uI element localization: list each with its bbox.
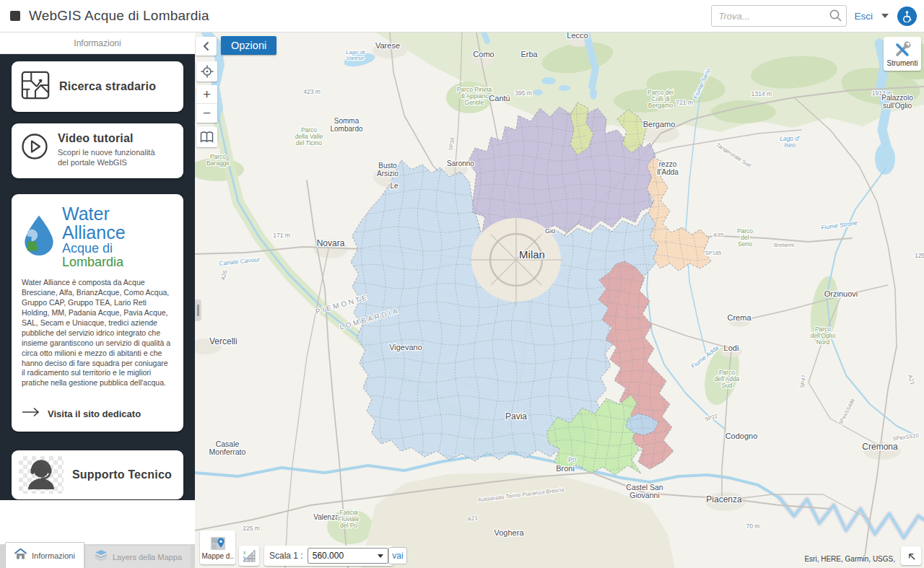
sidebar-tabbar: Informazioni Layers della Mappa (0, 538, 195, 568)
map-canvas[interactable]: LeccoVareseLago diVareseComoErba423 mPar… (195, 32, 924, 568)
card-video-tutorial[interactable]: Video tutorial Scopri le nuove funzional… (12, 123, 183, 178)
scala-label: Scala 1 : (269, 551, 303, 561)
xy-grid-icon: x y (243, 549, 256, 562)
svg-text:70 m: 70 m (746, 523, 760, 530)
svg-text:FasciaFluvialedel Po: FasciaFluvialedel Po (338, 509, 359, 529)
zoom-control: + − (196, 85, 217, 123)
card-title: Video tutorial (58, 132, 134, 144)
search-box (711, 5, 847, 27)
svg-text:125: 125 (915, 252, 924, 259)
strumenti-label: Strumenti (887, 59, 918, 67)
svg-text:721 m: 721 m (676, 99, 693, 106)
svg-text:Castel SanGiovanni: Castel SanGiovanni (626, 483, 663, 499)
collapse-panel-button[interactable] (196, 37, 217, 56)
app-square-icon (10, 11, 20, 21)
svg-text:Bergamo: Bergamo (643, 120, 676, 128)
header-bar: WebGIS Acque di Lombardia Esci (0, 0, 924, 32)
svg-text:Novara: Novara (317, 238, 345, 248)
zoom-out-button[interactable]: − (196, 104, 217, 123)
svg-text:395 m: 395 m (515, 89, 532, 97)
svg-text:Pavia: Pavia (505, 411, 527, 421)
accessibility-icon[interactable] (897, 6, 917, 26)
tab-informazioni[interactable]: Informazioni (5, 542, 84, 568)
svg-text:225 m: 225 m (243, 525, 260, 532)
home-icon (14, 549, 27, 562)
opzioni-button[interactable]: Opzioni (221, 36, 276, 55)
svg-text:Erba: Erba (520, 50, 538, 58)
map-attribution: Esri, HERE, Garmin, USGS, (804, 555, 895, 563)
scale-widget: Scala 1 : 560.000 (264, 546, 393, 566)
attribution-expand-button[interactable] (901, 546, 921, 565)
locate-icon (201, 65, 214, 78)
svg-text:Broni: Broni (556, 464, 575, 473)
arrow-right-icon (22, 407, 40, 420)
water-alliance-description: Water Alliance è composta da Acque Bresc… (22, 278, 173, 388)
svg-text:Lodi: Lodi (724, 344, 739, 352)
card-supporto-tecnico[interactable]: Supporto Tecnico (12, 450, 183, 499)
svg-text:SommaLombardo: SommaLombardo (330, 117, 362, 133)
svg-text:Como: Como (473, 50, 494, 58)
svg-text:Valenza: Valenza (313, 513, 339, 521)
panel-title: Informazioni (0, 32, 195, 54)
svg-text:rezzoll'Adda: rezzoll'Adda (657, 160, 679, 176)
svg-text:Po: Po (567, 455, 577, 464)
caret-down-icon[interactable] (880, 11, 890, 21)
svg-text:Le: Le (390, 182, 398, 190)
card-subtitle: Scopri le nuove funzionalità del portale… (58, 147, 166, 168)
tools-icon (894, 41, 911, 58)
water-alliance-subtitle: Acque di Lombardia (62, 242, 173, 269)
svg-text:Vigevano: Vigevano (389, 343, 422, 351)
svg-text:Orzinuovi: Orzinuovi (824, 289, 858, 298)
select-caret-icon (378, 554, 383, 558)
svg-text:Cantù: Cantù (489, 94, 510, 102)
page-title: WebGIS Acque di Lombardia (29, 8, 209, 24)
xy-coordinates-button[interactable]: x y (239, 546, 259, 566)
sidebar-spacer (0, 500, 195, 538)
sidebar-panel: Ricerca stradario Video tutorial Scopri … (0, 54, 195, 500)
layers-icon (95, 550, 108, 564)
svg-text:Milan: Milan (519, 248, 545, 261)
svg-text:Vercelli: Vercelli (209, 336, 237, 346)
basemap-pin-icon (209, 535, 227, 552)
bookmark-book-icon (200, 131, 214, 143)
scale-select[interactable]: 560.000 (308, 548, 388, 564)
bookmarks-button[interactable] (196, 127, 217, 147)
svg-text:BustoArsizio: BustoArsizio (377, 162, 398, 178)
visita-sito-label: Visita il sito dedicato (48, 408, 141, 419)
basemap-gallery-button[interactable]: Mappe d... (200, 530, 235, 564)
locate-button[interactable] (196, 61, 217, 82)
card-title: Ricerca stradario (59, 80, 156, 93)
logout-link[interactable]: Esci (854, 11, 873, 22)
svg-text:Piacenza: Piacenza (706, 494, 742, 504)
svg-text:171 m: 171 m (273, 232, 290, 239)
basemap-label: Mappe d... (202, 552, 234, 560)
water-alliance-title: Water Alliance (62, 204, 173, 243)
visita-sito-link[interactable]: Visita il sito dedicato (22, 407, 173, 420)
map-container: LeccoVareseLago diVareseComoErba423 mPar… (195, 32, 924, 568)
svg-text:Parco deiColli diBergamo: Parco deiColli diBergamo (648, 89, 674, 109)
search-icon[interactable] (829, 9, 842, 25)
svg-text:Codogno: Codogno (725, 432, 758, 440)
svg-text:Cremona: Cremona (862, 442, 898, 452)
nw-arrow-icon (907, 551, 916, 561)
svg-text:Voghera: Voghera (494, 528, 525, 537)
svg-text:Lecco: Lecco (567, 32, 588, 40)
panel-resize-handle[interactable] (195, 300, 201, 321)
svg-text:SP185: SP185 (705, 250, 722, 256)
svg-text:Lago diVarese: Lago diVarese (346, 49, 365, 61)
svg-text:Brebemi: Brebemi (774, 242, 794, 248)
svg-text:x: x (243, 550, 246, 555)
search-input[interactable] (711, 5, 847, 27)
svg-text:A35: A35 (713, 232, 724, 238)
svg-text:423 m: 423 m (303, 88, 321, 95)
svg-text:Crema: Crema (727, 313, 751, 322)
sidebar: Informazioni Ricerca stradario (0, 32, 195, 568)
svg-text:Saronno: Saronno (447, 160, 474, 167)
tab-layers-della-mappa[interactable]: Layers della Mappa (86, 546, 191, 568)
scale-value: 560.000 (313, 551, 344, 561)
vai-button[interactable]: vai (388, 547, 407, 564)
strumenti-button[interactable]: Strumenti (884, 37, 921, 71)
card-water-alliance[interactable]: Water Alliance Acque di Lombardia Water … (12, 194, 183, 432)
card-ricerca-stradario[interactable]: Ricerca stradario (12, 61, 183, 112)
zoom-in-button[interactable]: + (196, 85, 217, 104)
